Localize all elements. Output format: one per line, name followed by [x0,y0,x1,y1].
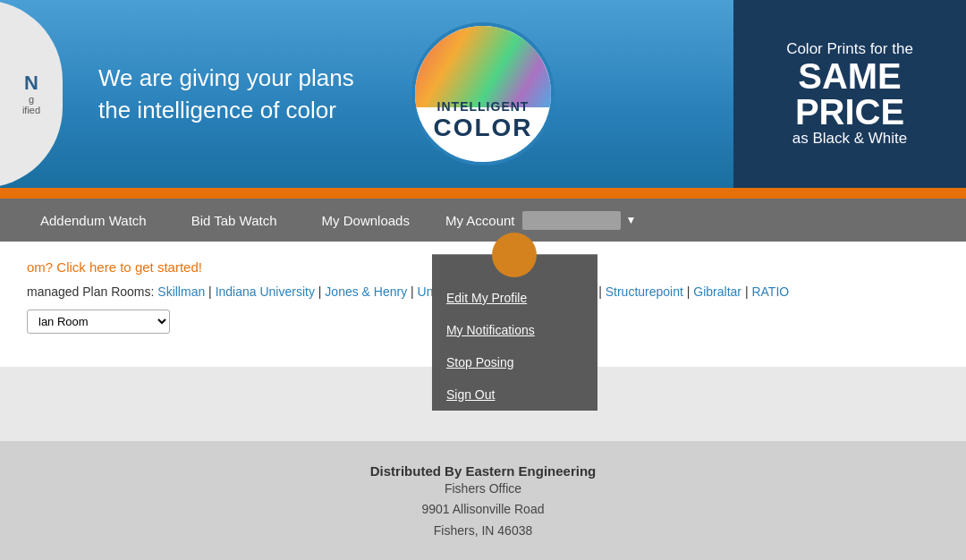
nav-account-label: My Account [445,213,515,228]
room-indiana-university[interactable]: Indiana University [216,284,315,299]
nav-bid-tab-watch[interactable]: Bid Tab Watch [169,199,300,242]
banner-left-circle: N g ified [0,0,63,188]
dropdown-stop-posing[interactable]: Stop Posing [432,346,597,378]
banner-promo-line1: Color Prints for the [786,40,913,58]
footer-address2: Fishers, IN 46038 [18,521,948,542]
dropdown-edit-profile[interactable]: Edit My Profile [432,282,597,314]
logo-color-splash [415,26,551,107]
banner-left-sub2: ified [22,105,40,115]
orange-stripe [0,188,966,199]
account-dropdown: Edit My Profile My Notifications Stop Po… [432,254,597,411]
banner-promo-line2: SAMEPRICE [795,58,904,130]
nav-account-input[interactable] [522,211,621,230]
banner: N g ified We are giving your plans the i… [0,0,966,188]
navbar: Addendum Watch Bid Tab Watch My Download… [0,199,966,242]
room-structurepoint[interactable]: Structurepoint [606,284,683,299]
get-started-link[interactable]: om? Click here to get started! [27,259,202,275]
banner-logo-container: INTELLIGENT COLOR [411,22,555,165]
plan-room-select[interactable]: lan Room [27,310,170,334]
dropdown-avatar-spacer [432,255,597,282]
banner-left-letter: N [24,72,38,94]
footer-company: Distributed By Eastern Engineering [18,463,948,479]
banner-tagline-line2: the intelligence of color [98,97,336,123]
room-jones-henry[interactable]: Jones & Henry [325,284,407,299]
avatar [492,233,537,277]
room-skillman[interactable]: Skillman [157,284,205,299]
logo-intelligent: INTELLIGENT [437,99,530,114]
managed-rooms-label: managed Plan Rooms: [27,284,154,299]
footer-office: Fishers Office [18,479,948,500]
banner-tagline-line1: We are giving your plans [98,64,354,91]
chevron-down-icon: ▼ [626,214,637,226]
logo-circle: INTELLIGENT COLOR [411,22,555,165]
footer-address1: 9901 Allisonville Road [18,499,948,521]
room-gibraltar[interactable]: Gibraltar [693,284,741,299]
nav-my-downloads[interactable]: My Downloads [300,199,432,242]
banner-left-sub1: g [29,94,34,105]
nav-account-wrapper: My Account ▼ Edit My Profile My Notifica… [432,211,649,230]
banner-tagline: We are giving your plans the intelligenc… [98,62,354,127]
dropdown-my-notifications[interactable]: My Notifications [432,314,597,346]
dropdown-sign-out[interactable]: Sign Out [432,378,597,411]
footer: Distributed By Eastern Engineering Fishe… [0,441,966,560]
nav-my-account[interactable]: My Account ▼ [432,211,649,230]
nav-addendum-watch[interactable]: Addendum Watch [18,199,169,242]
room-ratio[interactable]: RATIO [751,284,789,299]
banner-promo-line3: as Black & White [792,130,908,148]
logo-color: COLOR [433,114,532,142]
banner-right-promo: Color Prints for the SAMEPRICE as Black … [733,0,966,188]
